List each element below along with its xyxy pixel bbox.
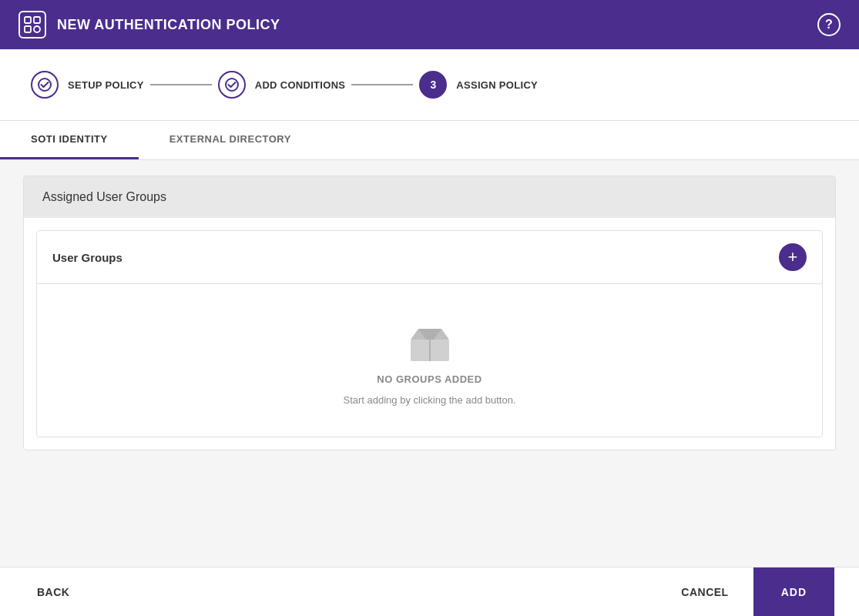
tab-external-directory[interactable]: EXTERNAL DIRECTORY — [139, 121, 322, 159]
step-add-conditions: ADD CONDITIONS — [218, 71, 346, 99]
step-setup-policy: SETUP POLICY — [31, 71, 144, 99]
empty-state: NO GROUPS ADDED Start adding by clicking… — [37, 284, 822, 437]
svg-rect-0 — [25, 17, 31, 23]
step-3-circle: 3 — [419, 71, 447, 99]
svg-rect-2 — [25, 26, 31, 32]
card-body: User Groups + — [24, 218, 835, 450]
step-connector-2 — [351, 84, 413, 85]
cancel-button[interactable]: CANCEL — [656, 567, 753, 617]
add-button[interactable]: ADD — [753, 567, 834, 617]
tab-soti-identity[interactable]: SOTI IDENTITY — [0, 121, 139, 159]
add-user-group-button[interactable]: + — [779, 243, 807, 271]
svg-point-5 — [226, 79, 238, 91]
card-header: Assigned User Groups — [24, 176, 835, 218]
empty-state-title: NO GROUPS ADDED — [377, 373, 482, 385]
step-connector-1 — [150, 84, 212, 85]
user-groups-title: User Groups — [52, 251, 122, 264]
footer: BACK CANCEL ADD — [0, 567, 859, 616]
stepper: SETUP POLICY ADD CONDITIONS 3 ASSIGN POL… — [0, 49, 859, 121]
page-title: NEW AUTHENTICATION POLICY — [57, 17, 280, 33]
app-logo-icon — [18, 11, 46, 38]
content-area: Assigned User Groups User Groups + — [0, 160, 859, 567]
assigned-user-groups-card: Assigned User Groups User Groups + — [23, 176, 836, 450]
step-assign-policy: 3 ASSIGN POLICY — [419, 71, 538, 99]
section-title: Assigned User Groups — [42, 190, 166, 203]
user-groups-header: User Groups + — [37, 231, 822, 284]
svg-point-4 — [39, 79, 51, 91]
svg-point-3 — [34, 26, 40, 32]
back-button[interactable]: BACK — [25, 578, 82, 606]
empty-box-icon — [403, 315, 457, 364]
step-1-label: SETUP POLICY — [68, 79, 144, 91]
step-3-label: ASSIGN POLICY — [456, 79, 538, 91]
plus-icon: + — [788, 249, 798, 266]
header-left: NEW AUTHENTICATION POLICY — [18, 11, 280, 38]
app-header: NEW AUTHENTICATION POLICY ? — [0, 0, 859, 49]
empty-state-subtitle: Start adding by clicking the add button. — [343, 394, 515, 406]
tabs-bar: SOTI IDENTITY EXTERNAL DIRECTORY — [0, 121, 859, 160]
step-2-label: ADD CONDITIONS — [255, 79, 346, 91]
help-icon[interactable]: ? — [817, 13, 841, 36]
step-2-circle — [218, 71, 246, 99]
svg-rect-1 — [34, 17, 40, 23]
step-1-circle — [31, 71, 59, 99]
footer-right-actions: CANCEL ADD — [656, 567, 834, 617]
user-groups-box: User Groups + — [36, 230, 823, 437]
